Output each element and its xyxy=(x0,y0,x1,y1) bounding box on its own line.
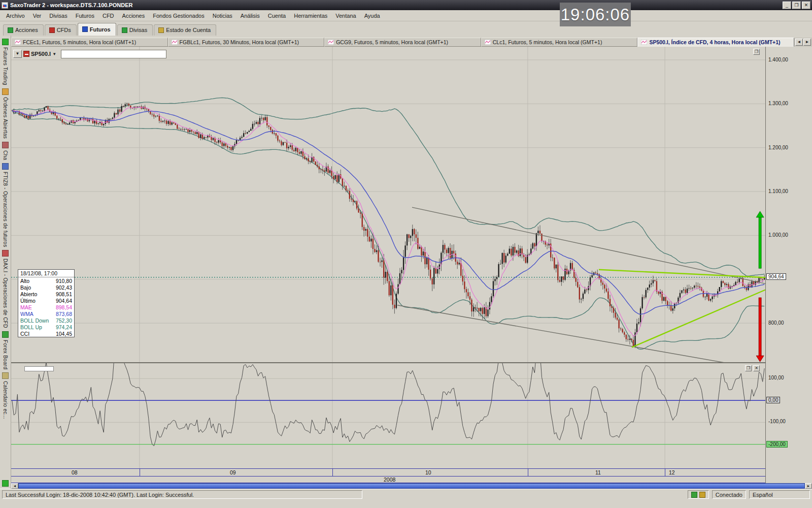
cci-close-icon[interactable]: ✕ xyxy=(753,365,760,371)
menu-item-ayuda[interactable]: Ayuda xyxy=(360,12,384,20)
month-axis: 0809101112 xyxy=(11,468,765,477)
tooltip-value: 898,54 xyxy=(56,304,72,310)
menu-item-ver[interactable]: Ver xyxy=(29,12,46,20)
tooltip-row-boll-down: BOLL Down752,30 xyxy=(18,317,74,324)
month-separator xyxy=(332,469,333,477)
menu-item-ventana[interactable]: Ventana xyxy=(331,12,360,20)
connection-status: Conectado xyxy=(712,490,746,499)
sidebar-item-0[interactable]: Futures Trading xyxy=(3,47,8,85)
sidebar-item-4[interactable]: DAX.I - Operaciones de CFD xyxy=(3,259,8,328)
month-separator xyxy=(665,469,665,477)
menu-item-noticias[interactable]: Noticias xyxy=(209,12,236,20)
toolbar-tab-cfds[interactable]: CFDs xyxy=(45,24,77,36)
symbol-search-input[interactable] xyxy=(61,50,166,58)
scroll-right-icon[interactable]: ► xyxy=(805,483,812,489)
panel-divider[interactable] xyxy=(11,362,812,363)
title-bar: SaxoTrader 2 - workspace.DTS.7.100.PONDE… xyxy=(0,0,812,10)
sidebar-item-1[interactable]: Órdenes Abiertas xyxy=(3,97,8,139)
menu-item-acciones[interactable]: Acciones xyxy=(118,12,149,20)
status-bar: Last Successful Login: 18-dic-2008 10:42… xyxy=(0,489,812,500)
tooltip-label: Abierto xyxy=(20,291,37,297)
forex-board-icon[interactable] xyxy=(2,331,9,338)
chart-menu-button[interactable]: ▼ xyxy=(13,50,22,58)
sidebar-item-2[interactable]: Cha xyxy=(3,150,8,160)
tooltip-label: BOLL Down xyxy=(20,318,49,324)
sidebar-item-6[interactable]: Calendario ec... xyxy=(3,381,8,419)
chart-tab-2[interactable]: GCG9, Futuros, 5 minutos, Hora local (GM… xyxy=(324,38,481,47)
toolbar-tab-label: CFDs xyxy=(57,27,71,33)
tab-scroll-buttons: ◄► xyxy=(794,38,812,47)
scrollbar-thumb[interactable] xyxy=(18,483,805,489)
tooltip-value: 873,68 xyxy=(56,311,72,317)
window-bottom-edge xyxy=(0,500,812,508)
chart-tab-0[interactable]: FCEc1, Futuros, 5 minutos, Hora local (G… xyxy=(11,38,168,47)
chart-tab-label: CLc1, Futuros, 5 minutos, Hora local (GM… xyxy=(493,39,602,45)
cfd-ops-icon[interactable] xyxy=(2,250,9,257)
green-up-arrow-icon[interactable] xyxy=(2,39,9,45)
chart-restore-icon[interactable]: ❐ xyxy=(753,49,760,55)
toolbar-tab-divisas[interactable]: Divisas xyxy=(117,24,153,36)
month-label-09: 09 xyxy=(230,469,236,475)
left-sidebar: Futures TradingÓrdenes AbiertasChaFTIZ8 … xyxy=(0,36,11,489)
horizontal-scrollbar[interactable]: ◄ ► xyxy=(11,483,812,489)
toolbar-tab-futuros[interactable]: Futuros xyxy=(78,23,116,36)
menu-item-futuros[interactable]: Futuros xyxy=(72,12,98,20)
main-price-chart[interactable] xyxy=(11,47,765,362)
toolbar-tab-label: Futuros xyxy=(90,26,111,33)
tooltip-value: 974,24 xyxy=(56,324,72,330)
line-chart-icon xyxy=(172,40,178,45)
minimize-button[interactable]: _ xyxy=(783,2,791,9)
month-label-08: 08 xyxy=(72,469,78,475)
chart-tab-3[interactable]: CLc1, Futuros, 5 minutos, Hora local (GM… xyxy=(481,38,638,47)
tooltip-value: 904,64 xyxy=(56,298,72,304)
maximize-button[interactable]: ❐ xyxy=(792,2,801,9)
chart-tab-4[interactable]: SP500.I, Índice de CFD, 4 horas, Hora lo… xyxy=(637,38,794,47)
chart-tab-1[interactable]: FGBLc1, Futuros, 30 Minutos, Hora local … xyxy=(168,38,325,47)
tooltip-label: Bajo xyxy=(20,284,31,291)
open-orders-icon[interactable] xyxy=(2,88,9,95)
toolbar-tab-acciones[interactable]: Acciones xyxy=(3,24,44,36)
calendar-icon[interactable] xyxy=(2,372,9,379)
saxotrader-window: SaxoTrader 2 - workspace.DTS.7.100.PONDE… xyxy=(0,0,812,508)
instrument-icon xyxy=(23,51,29,57)
chart-icon[interactable] xyxy=(2,142,9,148)
scroll-left-icon[interactable]: ◄ xyxy=(11,483,18,489)
year-label: 2008 xyxy=(384,477,395,483)
chevron-down-icon[interactable]: ▼ xyxy=(52,52,56,56)
line-chart-icon xyxy=(328,40,334,45)
candle-data-tooltip: 18/12/08, 17:00 Alto910,80Bajo902,43Abie… xyxy=(18,269,75,337)
green-module-icon[interactable] xyxy=(2,480,9,487)
connection-icon xyxy=(691,492,697,498)
sidebar-item-5[interactable]: Forex Board xyxy=(3,340,8,369)
module-toolbar: AccionesCFDsFuturosDivisasEstado de Cuen… xyxy=(0,21,812,36)
menu-item-divisas[interactable]: Divisas xyxy=(45,12,71,20)
tooltip-label: CCI xyxy=(20,331,29,337)
tooltip-label: BOLL Up xyxy=(20,324,42,330)
cci-indicator-chart[interactable] xyxy=(11,363,765,468)
close-button[interactable]: ✕ xyxy=(802,2,810,9)
menu-item-fondos-gestionados[interactable]: Fondos Gestionados xyxy=(149,12,209,20)
price-axis[interactable]: 1.400,001.300,001.200,001.100,001.000,00… xyxy=(765,47,812,468)
date-axis-corner xyxy=(765,468,812,483)
tab-scroll-left-icon[interactable]: ◄ xyxy=(795,39,803,46)
menu-item-análisis[interactable]: Análisis xyxy=(236,12,264,20)
lock-icon xyxy=(699,492,705,498)
tooltip-row-mae: MAE898,54 xyxy=(18,304,74,310)
cfd-icon xyxy=(49,27,55,33)
futures-ops-icon[interactable] xyxy=(2,163,9,170)
futures-icon xyxy=(82,26,88,32)
menu-item-cfd[interactable]: CFD xyxy=(98,12,118,20)
language-indicator[interactable]: Español xyxy=(749,490,810,499)
tooltip-row-abierto: Abierto908,51 xyxy=(18,291,74,297)
app-icon xyxy=(2,2,8,9)
sidebar-item-3[interactable]: FTIZ8 - Operaciones de futuros xyxy=(3,172,8,247)
month-label-11: 11 xyxy=(595,469,601,475)
tab-scroll-right-icon[interactable]: ► xyxy=(803,39,811,46)
tooltip-value: 908,51 xyxy=(56,291,72,297)
menu-item-herramientas[interactable]: Herramientas xyxy=(290,12,331,20)
menu-item-archivo[interactable]: Archivo xyxy=(2,12,29,20)
tooltip-datetime: 18/12/08, 17:00 xyxy=(18,270,74,277)
cci-restore-icon[interactable]: ❐ xyxy=(745,365,752,371)
menu-item-cuenta[interactable]: Cuenta xyxy=(264,12,290,20)
toolbar-tab-estado-de-cuenta[interactable]: Estado de Cuenta xyxy=(154,24,216,36)
